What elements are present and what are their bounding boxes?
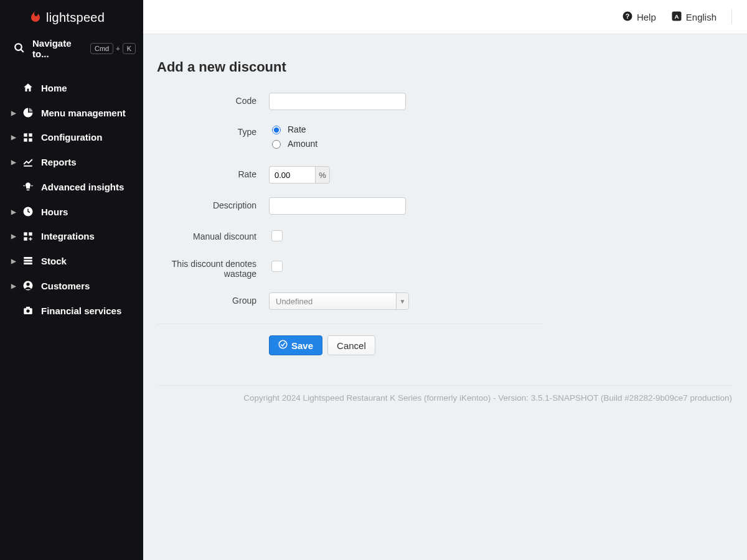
rate-suffix: % [315,166,330,184]
save-button-label: Save [291,340,313,351]
flame-icon [30,9,41,27]
sidebar-item-stock[interactable]: ▶ Stock [0,248,143,273]
svg-rect-2 [24,133,27,136]
sidebar-item-home[interactable]: Home [0,75,143,100]
help-link[interactable]: ? Help [622,11,656,24]
help-icon: ? [622,11,633,24]
main-content: ? Help A English Add a new discount Code [143,0,747,560]
form-divider [157,324,543,324]
manual-discount-checkbox[interactable] [271,230,283,241]
description-label: Description [157,197,269,210]
svg-point-26 [279,340,287,348]
type-amount-label: Amount [288,139,317,149]
description-input[interactable] [269,197,406,215]
sidebar-item-label: Stock [41,256,67,266]
language-label: English [686,12,716,22]
svg-rect-3 [29,133,32,136]
svg-rect-14 [24,257,32,259]
sidebar-item-configuration[interactable]: ▶ Configuration [0,125,143,149]
svg-point-0 [15,44,22,50]
sidebar-item-menu-management[interactable]: ▶ Menu management [0,100,143,125]
topbar: ? Help A English [143,0,747,34]
footer-divider [157,385,733,386]
chevron-right-icon: ▶ [11,233,17,240]
help-label: Help [637,12,656,22]
group-select[interactable]: Undefined ▼ [269,292,409,310]
sidebar-item-label: Integrations [41,231,95,241]
svg-rect-15 [24,260,32,262]
brand-name: lightspeed [46,11,105,25]
chevron-right-icon: ▶ [11,258,17,264]
sidebar-item-reports[interactable]: ▶ Reports [0,149,143,174]
chevron-right-icon: ▶ [11,134,17,141]
sidebar-item-advanced-insights[interactable]: Advanced insights [0,174,143,199]
chevron-right-icon: ▶ [11,110,17,116]
svg-rect-16 [24,263,32,264]
svg-rect-7 [27,190,30,191]
save-button[interactable]: Save [269,335,322,355]
sidebar-item-label: Advanced insights [41,182,124,192]
chevron-right-icon: ▶ [11,208,17,215]
cancel-button[interactable]: Cancel [327,335,375,355]
camera-icon [21,305,35,316]
svg-rect-4 [24,138,27,141]
svg-rect-21 [26,307,30,308]
brand-logo[interactable]: lightspeed [0,0,143,33]
type-amount-radio[interactable] [272,140,281,149]
manual-discount-label: Manual discount [157,228,269,241]
sidebar: lightspeed Navigate to... Cmd + K Home ▶ [0,0,143,560]
code-label: Code [157,93,269,106]
type-rate-option[interactable]: Rate [269,124,543,134]
footer-text: Copyright 2024 Lightspeed Restaurant K S… [157,393,733,415]
type-rate-radio[interactable] [272,126,281,134]
wastage-label: This discount denotes wastage [157,259,269,279]
stack-icon [21,255,35,266]
navigate-placeholder: Navigate to... [32,38,90,59]
sidebar-item-label: Hours [41,207,68,217]
code-input[interactable] [269,93,406,110]
svg-rect-5 [29,138,32,141]
kbd-shortcut: Cmd + K [90,43,136,54]
grid-icon [21,133,35,142]
home-icon [21,82,35,93]
svg-point-18 [26,282,29,286]
sidebar-item-hours[interactable]: ▶ Hours [0,199,143,224]
check-circle-icon [278,340,288,351]
menu-pie-icon [21,107,35,118]
sidebar-item-label: Home [41,83,67,93]
navigate-search[interactable]: Navigate to... Cmd + K [0,33,143,67]
type-rate-label: Rate [288,124,306,134]
svg-point-20 [26,309,29,312]
sidebar-item-integrations[interactable]: ▶ Integrations [0,224,143,248]
group-select-value: Undefined [270,297,396,306]
sidebar-item-label: Configuration [41,132,102,142]
rate-input[interactable] [269,166,315,184]
search-icon [14,42,25,55]
plugins-icon [21,231,35,241]
sidebar-item-financial-services[interactable]: Financial services [0,298,143,323]
lightbulb-icon [21,181,35,192]
sidebar-item-label: Reports [41,157,77,167]
svg-rect-12 [29,232,32,235]
chevron-down-icon: ▼ [396,293,408,309]
type-amount-option[interactable]: Amount [269,138,543,149]
rate-label: Rate [157,166,269,179]
sidebar-nav: Home ▶ Menu management ▶ Configuration ▶… [0,67,143,323]
cancel-button-label: Cancel [337,340,366,351]
group-label: Group [157,292,269,306]
type-label: Type [157,124,269,137]
svg-text:A: A [674,12,679,19]
chart-icon [21,156,35,167]
svg-rect-11 [24,232,27,235]
sidebar-item-label: Financial services [41,306,121,316]
clock-icon [21,206,35,217]
sidebar-item-customers[interactable]: ▶ Customers [0,273,143,298]
content-area: Add a new discount Code Type Rate [143,34,747,415]
user-icon [21,280,35,291]
wastage-checkbox[interactable] [271,261,283,272]
sidebar-item-label: Customers [41,281,90,291]
language-icon: A [671,11,682,24]
topbar-divider [731,9,732,24]
language-selector[interactable]: A English [671,11,716,24]
page-title: Add a new discount [157,59,733,75]
